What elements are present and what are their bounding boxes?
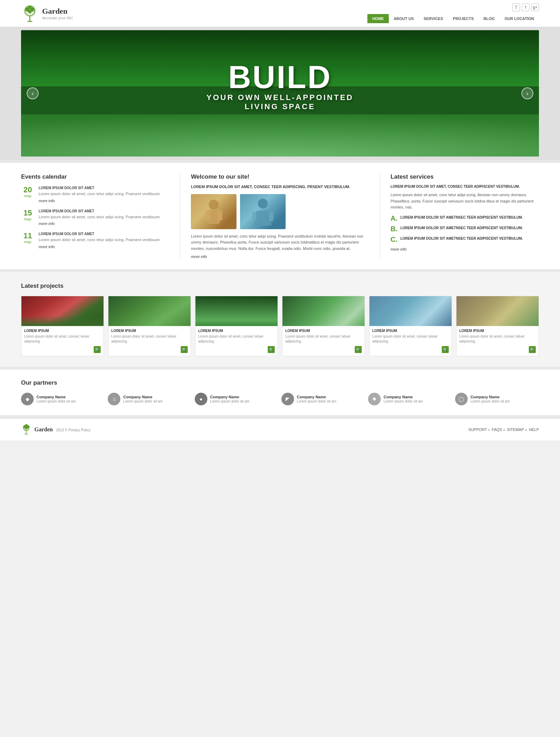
partner-5-desc: Lorem ipsum dolor sit am (384, 399, 423, 404)
event-2-date: 15 may (21, 209, 34, 226)
event-3-text: Lorem ipsum dolor sit amet, conc tetur a… (39, 237, 160, 243)
project-4-label: LOREM IPSUM (285, 329, 362, 333)
nav-blog[interactable]: BLOG (479, 14, 500, 23)
nav-projects[interactable]: PROJECTS (448, 14, 479, 23)
project-3-desc: Lorem ipsum dolor sit amet, consec tetue… (198, 334, 275, 344)
projects-title: Latest projects (21, 283, 539, 290)
event-3-link[interactable]: more info (39, 245, 160, 249)
footer-link-help[interactable]: HELP (529, 427, 539, 432)
partner-1-logo: ◆ (21, 393, 34, 405)
event-1-month: may (21, 194, 34, 198)
event-item-2: 15 may LOREM IPSUM DOLOR SIT AMET Lorem … (21, 209, 169, 226)
project-img-6 (456, 296, 539, 326)
partner-5-logo: ✱ (368, 393, 381, 405)
hero-wrapper: BUILD YOUR OWN WELL-APPOINTED LIVING SPA… (0, 27, 560, 160)
footer-copy: 2013 © Privacy Policy (56, 428, 90, 432)
partner-3-desc: Lorem ipsum dolor sit am (210, 399, 249, 404)
svg-point-21 (25, 427, 28, 430)
services-title: Latest services (391, 173, 539, 180)
project-2-search-btn[interactable]: 🔍 (181, 346, 188, 353)
event-1-title: LOREM IPSUM DOLOR SIT AMET (39, 186, 160, 190)
service-letter-c: C. (391, 236, 398, 243)
hero-title: BUILD (228, 61, 332, 93)
services-intro-bold: LOREM IPSUM DOLOR SIT AMET, CONSEC TEER … (391, 184, 539, 189)
services-link[interactable]: more info (391, 247, 539, 251)
logo-tagline: decorate your life! (42, 16, 73, 20)
nav-home[interactable]: HOME (367, 14, 389, 23)
project-2-label: LOREM IPSUM (111, 329, 188, 333)
welcome-link[interactable]: more info (191, 254, 369, 259)
section-sep-1 (0, 160, 560, 163)
partner-1-name: Company Name (36, 395, 76, 399)
project-4-search-btn[interactable]: 🔍 (355, 346, 362, 353)
hero-prev-button[interactable]: ‹ (27, 87, 39, 99)
service-item-c: C. LOREM IPSUM DOLOR SIT AMETNSEC TEER A… (391, 236, 539, 243)
partner-4-name: Company Name (297, 395, 336, 399)
partner-5-name: Company Name (384, 395, 423, 399)
partner-6-desc: Lorem ipsum dolor sit am (471, 399, 510, 404)
project-card-3: LOREM IPSUM Lorem ipsum dolor sit amet, … (195, 296, 278, 356)
welcome-photos (191, 194, 369, 229)
service-letter-b: B. (391, 225, 398, 232)
partner-item-6: ◯ Company Name Lorem ipsum dolor sit am (455, 393, 539, 405)
services-column: Latest services LOREM IPSUM DOLOR SIT AM… (380, 173, 539, 259)
event-3-day: 11 (21, 232, 34, 240)
googleplus-icon[interactable]: g+ (531, 4, 539, 11)
project-1-label: LOREM IPSUM (24, 329, 101, 333)
facebook-icon[interactable]: f (522, 4, 529, 11)
footer-link-support[interactable]: SUPPORT (468, 427, 487, 432)
welcome-body: Lorem ipsum dolor sit amet, conc tetur a… (191, 233, 369, 252)
logo-name: Garden (42, 7, 73, 16)
event-item-3: 11 may LOREM IPSUM DOLOR SIT AMET Lorem … (21, 232, 169, 249)
footer: Garden 2013 © Privacy Policy SUPPORT ▸ F… (0, 418, 560, 440)
three-columns-section: Events calendar 20 may LOREM IPSUM DOLOR… (0, 163, 560, 269)
hero-next-button[interactable]: › (521, 87, 533, 99)
service-letter-a: A. (391, 215, 398, 222)
logo[interactable]: Garden decorate your life! (21, 4, 73, 23)
footer-sep-2: ▸ (504, 427, 506, 432)
project-1-search-btn[interactable]: 🔍 (94, 346, 101, 353)
event-3-title: LOREM IPSUM DOLOR SIT AMET (39, 232, 160, 236)
partner-3-name: Company Name (210, 395, 249, 399)
project-2-desc: Lorem ipsum dolor sit amet, consec tetue… (111, 334, 188, 344)
project-6-search-btn[interactable]: 🔍 (529, 346, 536, 353)
project-card-2: LOREM IPSUM Lorem ipsum dolor sit amet, … (108, 296, 191, 356)
project-6-desc: Lorem ipsum dolor sit amet, consec tetue… (459, 334, 536, 344)
hero-slider: BUILD YOUR OWN WELL-APPOINTED LIVING SPA… (21, 30, 539, 157)
project-6-label: LOREM IPSUM (459, 329, 536, 333)
hero-subtitle-2: LIVING SPACE (245, 102, 315, 111)
event-1-link[interactable]: more info (39, 199, 160, 203)
partner-item-4: ◤ Company Name Lorem ipsum dolor sit am (281, 393, 365, 405)
welcome-intro: LOREM IPSUM DOLOR SIT AMET, CONSEC TEER … (191, 184, 369, 190)
social-icons: 𝕋 f g+ (512, 4, 539, 11)
section-sep-4 (0, 415, 560, 418)
svg-point-8 (209, 200, 219, 210)
nav-location[interactable]: OUR LOCATION (500, 14, 539, 23)
section-sep-3 (0, 367, 560, 370)
man-silhouette (200, 196, 228, 227)
project-img-5 (369, 296, 452, 326)
nav-services[interactable]: SERVICES (419, 14, 448, 23)
project-3-search-btn[interactable]: 🔍 (268, 346, 275, 353)
service-text-c: LOREM IPSUM DOLOR SIT AMETNSEC TEER ADIP… (400, 236, 523, 241)
project-card-5: LOREM IPSUM Lorem ipsum dolor sit amet, … (369, 296, 452, 356)
hero-content: BUILD YOUR OWN WELL-APPOINTED LIVING SPA… (21, 30, 539, 157)
project-5-search-btn[interactable]: 🔍 (442, 346, 449, 353)
event-1-day: 20 (21, 186, 34, 194)
project-4-desc: Lorem ipsum dolor sit amet, consec tetue… (285, 334, 362, 344)
project-3-label: LOREM IPSUM (198, 329, 275, 333)
partner-item-1: ◆ Company Name Lorem ipsum dolor sit am (21, 393, 105, 405)
partner-1-desc: Lorem ipsum dolor sit am (36, 399, 76, 404)
footer-link-sitemap[interactable]: SITEMAP (507, 427, 524, 432)
woman-silhouette (249, 196, 277, 227)
events-title: Events calendar (21, 173, 169, 180)
nav-about[interactable]: ABOUT US (389, 14, 419, 23)
event-2-link[interactable]: more info (39, 221, 160, 226)
twitter-icon[interactable]: 𝕋 (512, 4, 520, 11)
partner-3-logo: ● (195, 393, 207, 405)
partner-4-desc: Lorem ipsum dolor sit am (297, 399, 336, 404)
footer-link-faqs[interactable]: FAQS (492, 427, 502, 432)
project-5-desc: Lorem ipsum dolor sit amet, consec tetue… (372, 334, 449, 344)
event-2-day: 15 (21, 209, 34, 217)
project-card-6: LOREM IPSUM Lorem ipsum dolor sit amet, … (456, 296, 539, 356)
